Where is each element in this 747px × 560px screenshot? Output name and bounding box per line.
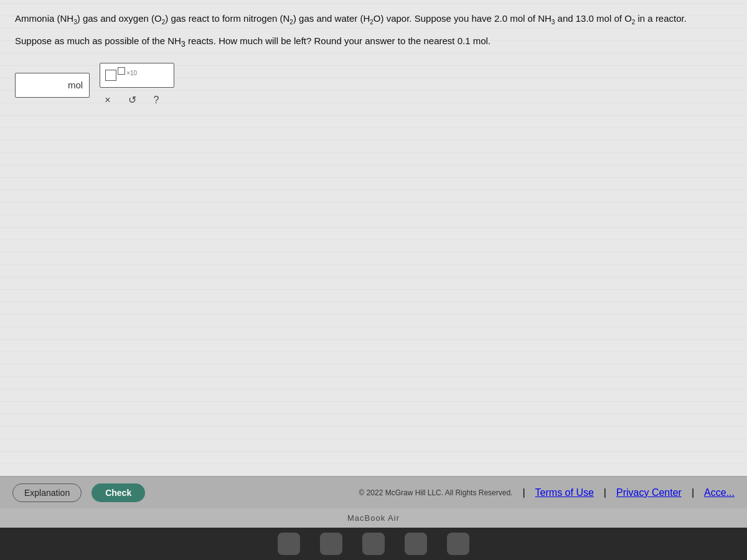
macbook-label: MacBook Air: [0, 508, 747, 528]
math-tools-row: × ↺ ?: [101, 93, 174, 107]
explanation-button[interactable]: Explanation: [12, 483, 82, 502]
taskbar-icon-1: [278, 533, 300, 555]
times10-label: ×10: [126, 70, 137, 77]
exponent-box-icon: [118, 67, 125, 75]
access-link[interactable]: Acce...: [704, 487, 735, 498]
help-button[interactable]: ?: [150, 93, 163, 107]
taskbar-icon-4: [405, 533, 427, 555]
question-line1: Ammonia (NH3) gas and oxygen (O2) gas re…: [15, 11, 732, 27]
base-box-icon: [105, 70, 116, 81]
undo-button[interactable]: ↺: [125, 93, 140, 107]
terms-link[interactable]: Terms of Use: [535, 487, 594, 498]
taskbar: [0, 528, 747, 560]
check-button[interactable]: Check: [92, 483, 145, 502]
main-content: Ammonia (NH3) gas and oxygen (O2) gas re…: [0, 0, 747, 476]
clear-button[interactable]: ×: [101, 93, 114, 107]
copyright-text: © 2022 McGraw Hill LLC. All Rights Reser…: [359, 488, 513, 497]
math-box: ×10: [105, 70, 137, 81]
taskbar-icon-3: [362, 533, 385, 555]
privacy-link[interactable]: Privacy Center: [616, 487, 682, 498]
answer-input-box[interactable]: mol: [15, 73, 90, 98]
question-line2: Suppose as much as possible of the NH3 r…: [15, 34, 732, 50]
taskbar-icon-2: [320, 533, 342, 555]
taskbar-icon-5: [447, 533, 469, 555]
answer-input-row: mol ×10 × ↺ ?: [15, 63, 732, 107]
bottom-bar: Explanation Check © 2022 McGraw Hill LLC…: [0, 476, 747, 508]
unit-label: mol: [68, 80, 83, 90]
math-input-box[interactable]: ×10: [100, 63, 174, 88]
answer-input[interactable]: [22, 80, 65, 90]
